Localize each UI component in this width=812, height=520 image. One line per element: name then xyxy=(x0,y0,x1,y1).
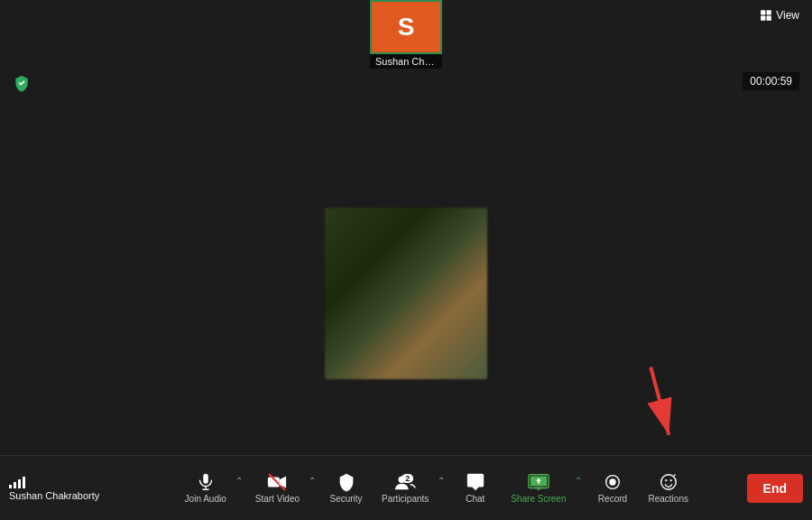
participant-avatar: S xyxy=(370,0,442,54)
share-screen-group: Share Screen ⌃ xyxy=(503,469,584,507)
participants-badge: 2 xyxy=(401,474,413,483)
toolbar: Sushan Chakraborty Join Audio xyxy=(0,455,812,520)
shield-icon xyxy=(13,74,31,97)
participants-group: 2 Participants ⌃ xyxy=(374,469,447,507)
share-screen-button[interactable]: Share Screen xyxy=(503,469,573,507)
microphone-icon xyxy=(196,472,216,492)
arrow-indicator xyxy=(607,355,710,460)
meeting-timer: 00:00:59 xyxy=(743,72,799,90)
signal-bars xyxy=(9,476,25,488)
record-label: Record xyxy=(598,494,627,504)
svg-rect-0 xyxy=(761,10,765,14)
signal-bar-1 xyxy=(9,485,12,488)
start-video-group: Start Video ⌃ xyxy=(248,469,318,507)
record-button[interactable]: Record xyxy=(587,469,637,507)
view-label: View xyxy=(776,9,799,22)
chat-button[interactable]: Chat xyxy=(450,469,500,507)
svg-rect-6 xyxy=(203,474,208,484)
participant-name: Sushan Chakrab... xyxy=(370,54,442,69)
view-icon xyxy=(760,9,772,22)
video-icon xyxy=(267,472,287,492)
current-user-name: Sushan Chakraborty xyxy=(9,490,99,501)
end-button[interactable]: End xyxy=(747,474,803,503)
reactions-icon xyxy=(659,472,678,492)
signal-bar-3 xyxy=(18,479,21,488)
svg-point-23 xyxy=(669,479,671,481)
security-label: Security xyxy=(330,494,363,504)
signal-bar-4 xyxy=(23,477,25,488)
share-screen-chevron-icon[interactable]: ⌃ xyxy=(573,476,584,486)
share-screen-icon xyxy=(528,472,549,492)
signal-bar-2 xyxy=(14,482,16,488)
svg-rect-2 xyxy=(761,16,765,21)
participants-button[interactable]: 2 Participants xyxy=(374,469,436,507)
security-button[interactable]: Security xyxy=(321,469,371,507)
record-icon xyxy=(603,472,623,492)
toolbar-center: Join Audio ⌃ Start Video ⌃ xyxy=(135,469,738,507)
join-audio-group: Join Audio ⌃ xyxy=(178,469,245,507)
join-audio-label: Join Audio xyxy=(185,494,226,504)
start-video-button[interactable]: Start Video xyxy=(248,469,307,507)
svg-point-20 xyxy=(609,478,615,485)
audio-chevron-icon[interactable]: ⌃ xyxy=(234,476,245,486)
security-icon xyxy=(337,472,356,492)
main-video-thumbnail xyxy=(325,208,487,379)
svg-line-5 xyxy=(626,367,694,435)
avatar-letter: S xyxy=(398,13,415,42)
chat-label: Chat xyxy=(466,494,484,504)
svg-rect-1 xyxy=(767,10,771,14)
join-audio-button[interactable]: Join Audio xyxy=(178,469,234,507)
video-chevron-icon[interactable]: ⌃ xyxy=(307,476,318,486)
main-video-area: View S Sushan Chakrab... 00:00:59 xyxy=(0,0,812,520)
share-screen-label: Share Screen xyxy=(511,494,566,504)
start-video-label: Start Video xyxy=(255,494,300,504)
participants-label: Participants xyxy=(382,494,429,504)
svg-point-22 xyxy=(665,479,667,481)
svg-rect-3 xyxy=(767,16,771,21)
reactions-button[interactable]: Reactions xyxy=(641,469,695,507)
participants-icon: 2 xyxy=(393,472,417,492)
view-button[interactable]: View xyxy=(760,9,799,22)
toolbar-left: Sushan Chakraborty xyxy=(9,476,126,501)
participants-chevron-icon[interactable]: ⌃ xyxy=(436,476,447,486)
chat-icon xyxy=(466,472,485,492)
reactions-label: Reactions xyxy=(648,494,687,504)
top-participant-tile: S Sushan Chakrab... xyxy=(370,0,442,69)
